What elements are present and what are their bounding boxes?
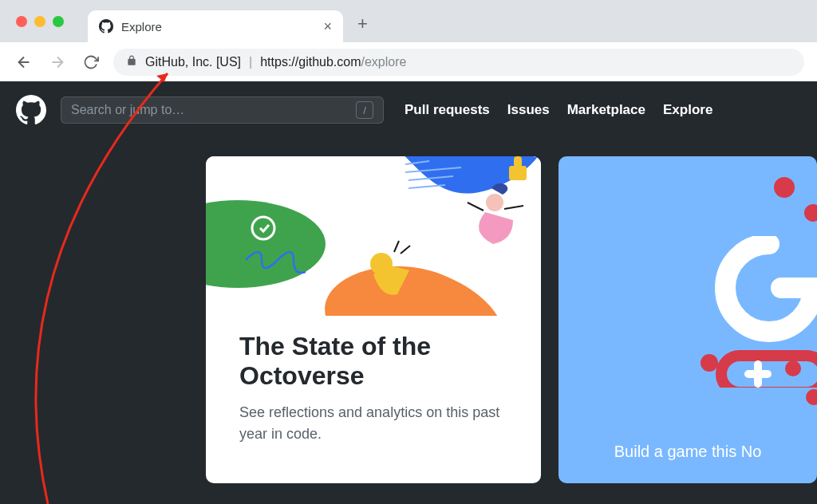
svg-rect-5 <box>514 156 522 167</box>
maximize-window-button[interactable] <box>53 16 64 27</box>
octoverse-card[interactable]: The State of the Octoverse See reflectio… <box>206 156 541 483</box>
octoverse-description: See reflections and analytics on this pa… <box>239 402 507 445</box>
octoverse-title: The State of the Octoverse <box>239 332 507 391</box>
game-off-cta: Build a game this No <box>558 443 817 461</box>
close-tab-button[interactable]: × <box>323 18 332 35</box>
reload-button[interactable] <box>80 51 102 73</box>
url-host: https://github.com <box>260 55 361 69</box>
game-off-card[interactable]: Build a game this No <box>558 156 817 483</box>
nav-explore[interactable]: Explore <box>663 102 712 118</box>
close-window-button[interactable] <box>16 16 27 27</box>
nav-pull-requests[interactable]: Pull requests <box>405 102 490 118</box>
decor-dot <box>806 389 817 405</box>
explore-content: The State of the Octoverse See reflectio… <box>0 139 817 483</box>
svg-rect-4 <box>509 166 527 180</box>
certificate-name: GitHub, Inc. [US] <box>145 55 241 69</box>
nav-marketplace[interactable]: Marketplace <box>567 102 645 118</box>
octoverse-illustration <box>206 156 541 316</box>
tab-bar: Explore × + <box>0 0 817 42</box>
nav-issues[interactable]: Issues <box>507 102 550 118</box>
slash-key-hint: / <box>356 101 373 119</box>
lock-icon <box>126 55 137 69</box>
search-placeholder: Search or jump to… <box>71 103 184 117</box>
url: https://github.com/explore <box>260 55 406 69</box>
url-divider: | <box>249 55 252 69</box>
back-button[interactable] <box>13 51 35 73</box>
decor-dot <box>804 204 817 222</box>
url-path: /explore <box>361 55 407 69</box>
forward-button[interactable] <box>46 51 69 73</box>
github-logo[interactable] <box>16 95 46 125</box>
game-off-logo <box>713 236 817 388</box>
github-header: Search or jump to… / Pull requests Issue… <box>0 81 817 139</box>
window-controls <box>16 16 64 27</box>
decor-dot <box>774 177 795 198</box>
address-bar[interactable]: GitHub, Inc. [US] | https://github.com/e… <box>113 49 804 76</box>
minimize-window-button[interactable] <box>34 16 45 27</box>
new-tab-button[interactable]: + <box>357 14 368 34</box>
search-input[interactable]: Search or jump to… / <box>61 96 384 124</box>
octoverse-text: The State of the Octoverse See reflectio… <box>206 316 541 461</box>
browser-chrome: Explore × + GitHub, Inc. [US] | https://… <box>0 0 817 81</box>
tab-title: Explore <box>121 20 315 33</box>
github-favicon <box>99 19 113 33</box>
primary-nav: Pull requests Issues Marketplace Explore <box>405 102 712 118</box>
svg-point-3 <box>486 194 503 211</box>
browser-toolbar: GitHub, Inc. [US] | https://github.com/e… <box>0 42 817 81</box>
browser-tab[interactable]: Explore × <box>88 10 343 42</box>
svg-point-0 <box>206 200 326 288</box>
